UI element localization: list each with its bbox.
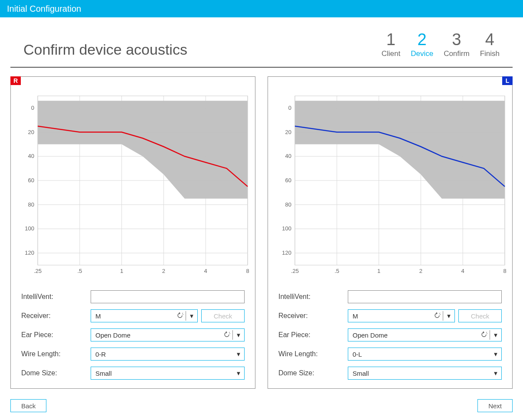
wirelength-select-l[interactable]: 0-L ▼ [348,348,502,361]
title-bar-text: Initial Configuration [7,4,81,14]
wirelength-select-r[interactable]: 0-R ▼ [91,348,245,361]
svg-line-58 [439,313,440,314]
refresh-icon[interactable] [221,331,232,339]
svg-text:1: 1 [377,268,380,274]
svg-text:20: 20 [28,129,34,135]
svg-text:100: 100 [25,225,34,232]
earpiece-select-l[interactable]: Open Dome ▼ [348,328,502,341]
svg-text:100: 100 [282,225,291,232]
svg-text:8: 8 [503,268,506,274]
svg-text:.25: .25 [291,268,299,274]
svg-text:60: 60 [28,177,34,184]
svg-text:120: 120 [25,249,34,256]
wirelength-label-l: Wire Length: [278,350,343,358]
refresh-icon[interactable] [478,331,490,339]
chevron-down-icon[interactable]: ▼ [443,313,454,319]
chevron-down-icon[interactable]: ▼ [233,332,244,338]
audiogram-left: 020406080100120.25.51248 [278,83,507,278]
wirelength-label-r: Wire Length: [21,350,86,358]
badge-right: R [10,76,21,85]
step-finish[interactable]: 4 Finish [480,31,500,58]
chevron-down-icon[interactable]: ▼ [233,351,244,358]
check-button-l[interactable]: Check [458,309,502,322]
intellivent-field-r[interactable] [91,290,245,303]
page-title: Confirm device acoustics [23,41,187,58]
svg-text:60: 60 [285,177,291,184]
svg-text:20: 20 [285,129,291,135]
svg-text:8: 8 [246,268,249,274]
domesize-select-l[interactable]: Small ▼ [348,367,502,380]
step-confirm[interactable]: 3 Confirm [444,31,470,58]
earpiece-label-l: Ear Piece: [278,331,343,339]
svg-text:80: 80 [28,201,34,208]
svg-text:120: 120 [282,249,291,256]
badge-left: L [502,76,513,85]
wizard-steps: 1 Client 2 Device 3 Confirm 4 Finish [382,31,500,58]
step-device[interactable]: 2 Device [411,31,433,58]
svg-text:1: 1 [120,268,123,274]
receiver-label-l: Receiver: [278,312,343,320]
check-button-r[interactable]: Check [201,309,245,322]
svg-line-29 [229,332,230,333]
svg-text:2: 2 [162,268,165,274]
svg-text:2: 2 [419,268,422,274]
intellivent-field-l[interactable] [348,290,502,303]
svg-text:.5: .5 [334,268,339,274]
svg-text:40: 40 [285,153,291,159]
receiver-select-r[interactable]: M ▼ [91,309,198,322]
svg-line-27 [182,313,183,314]
header: Confirm device acoustics 1 Client 2 Devi… [10,17,513,68]
receiver-label-r: Receiver: [21,312,86,320]
receiver-select-l[interactable]: M ▼ [348,309,455,322]
step-client[interactable]: 1 Client [382,31,400,58]
chevron-down-icon[interactable]: ▼ [233,370,244,377]
svg-line-60 [486,332,487,333]
next-button[interactable]: Next [477,399,513,412]
svg-text:0: 0 [31,105,34,111]
chevron-down-icon[interactable]: ▼ [490,332,501,338]
panel-left-ear: L 020406080100120.25.51248 IntelliVent: … [268,76,513,389]
earpiece-label-r: Ear Piece: [21,331,86,339]
chevron-down-icon[interactable]: ▼ [490,370,501,377]
svg-text:.25: .25 [34,268,42,274]
audiogram-right: 020406080100120.25.51248 [20,83,250,278]
svg-text:4: 4 [461,268,464,274]
svg-text:0: 0 [288,105,291,111]
svg-text:.5: .5 [77,268,82,274]
title-bar: Initial Configuration [0,0,523,17]
svg-text:4: 4 [204,268,207,274]
svg-text:80: 80 [285,201,291,208]
domesize-label-l: Dome Size: [278,369,343,377]
chevron-down-icon[interactable]: ▼ [490,351,501,358]
chevron-down-icon[interactable]: ▼ [186,313,197,319]
intellivent-label-r: IntelliVent: [21,293,86,301]
domesize-label-r: Dome Size: [21,369,86,377]
domesize-select-r[interactable]: Small ▼ [91,367,245,380]
svg-text:40: 40 [28,153,34,159]
earpiece-select-r[interactable]: Open Dome ▼ [91,328,245,341]
refresh-icon[interactable] [174,312,186,320]
panel-right-ear: R 020406080100120.25.51248 IntelliVent: … [10,76,255,389]
refresh-icon[interactable] [431,312,443,320]
back-button[interactable]: Back [10,399,46,412]
intellivent-label-l: IntelliVent: [278,293,343,301]
